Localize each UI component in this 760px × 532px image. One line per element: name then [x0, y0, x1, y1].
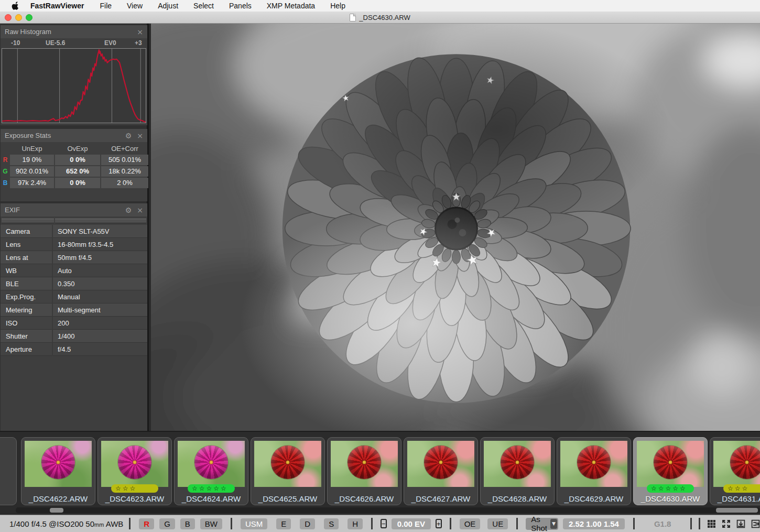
- tool-button-e[interactable]: E: [276, 518, 291, 529]
- thumbnail-_DSC4624.ARW[interactable]: ☆☆☆☆☆ _DSC4624.ARW: [174, 437, 248, 505]
- exif-row: BLE0.350: [1, 277, 147, 290]
- scrollbar-thumb-right[interactable]: [716, 508, 758, 513]
- G-ovexp-value: 652 0%: [55, 166, 100, 177]
- export-download-icon[interactable]: [736, 519, 745, 528]
- thumbnail-photo: [484, 441, 551, 487]
- toggle-button-ue[interactable]: UE: [487, 518, 508, 529]
- menu-adjust[interactable]: Adjust: [158, 2, 178, 10]
- ev-value: 0.00 EV: [392, 518, 431, 529]
- thumbnail-_DSC4628.ARW[interactable]: _DSC4628.ARW: [480, 437, 555, 505]
- B-unexp-value: 97k 2.4%: [10, 178, 54, 188]
- filmstrip: × ⚙ _DSC4622.ARW ☆☆☆ _DSC4623.ARW ☆☆☆☆☆ …: [0, 431, 760, 506]
- close-icon[interactable]: ×: [137, 207, 143, 214]
- thumbnail-photo: [25, 441, 92, 487]
- gear-icon[interactable]: ⚙: [125, 207, 132, 214]
- channel-label-R: R: [2, 155, 9, 165]
- thumbnail-filename: _DSC4630.ARW: [634, 494, 707, 503]
- thumbnail-_DSC4626.ARW[interactable]: _DSC4626.ARW: [327, 437, 401, 505]
- image-viewer[interactable]: [151, 24, 760, 431]
- channel-button-bw[interactable]: BW: [200, 518, 222, 529]
- rating-badge[interactable]: ☆☆☆: [111, 484, 158, 493]
- ev-plus-button[interactable]: +: [436, 519, 442, 528]
- exposure-stats-panel: Exposure Stats ⚙ × UnExp OvExp OE+Corr R…: [1, 129, 147, 201]
- B-ovexp-value: 0 0%: [55, 178, 100, 188]
- thumbnail-photo: [637, 441, 704, 487]
- white-balance-dropdown[interactable]: As Shot ▼: [526, 518, 558, 530]
- menu-select[interactable]: Select: [193, 2, 214, 10]
- gear-icon[interactable]: ⚙: [125, 132, 132, 139]
- chevron-down-icon[interactable]: ▼: [550, 519, 557, 529]
- channel-button-r[interactable]: R: [139, 518, 154, 529]
- thumbnail-_DSC4629.ARW[interactable]: _DSC4629.ARW: [557, 437, 631, 505]
- filmstrip-scrollbar: [0, 506, 760, 515]
- shot-info: 1/400 f/4.5 @ISO200 50mm AWB: [9, 519, 123, 528]
- channel-button-g[interactable]: G: [159, 518, 175, 529]
- thumbnail-photo: [254, 441, 321, 487]
- exif-row: Lens16-80mm f/3.5-4.5: [1, 238, 147, 251]
- menu-view[interactable]: View: [127, 2, 143, 10]
- tool-button-h[interactable]: H: [348, 518, 363, 529]
- apple-menu-icon[interactable]: [12, 2, 19, 10]
- gamma-indicator: G1.8: [654, 519, 671, 528]
- thumbnail-filename: _DSC4629.ARW: [557, 494, 631, 503]
- thumbnail-_DSC4622.ARW[interactable]: _DSC4622.ARW: [21, 437, 95, 505]
- thumbnail-_DSC4631.ARW[interactable]: ☆☆☆ _DSC4631.ARW: [710, 437, 760, 505]
- external-editor-icon[interactable]: [751, 519, 760, 528]
- left-panel-column: Raw Histogram × -10 UE-5.6 EV0 +3: [0, 24, 149, 431]
- G-unexp-value: 902 0.01%: [10, 166, 54, 177]
- close-icon[interactable]: ×: [137, 28, 143, 36]
- wb-coefficients: 2.52 1.00 1.54: [563, 518, 625, 529]
- thumbnail-_DSC4630.ARW[interactable]: ☆☆☆☆☆ _DSC4630.ARW: [633, 437, 708, 505]
- thumbnail-filename: _DSC4628.ARW: [481, 494, 554, 503]
- exif-row: Lens at50mm f/4.5: [1, 251, 147, 264]
- channel-label-B: B: [2, 178, 9, 188]
- menu-panels[interactable]: Panels: [229, 2, 252, 10]
- toggle-button-oe[interactable]: OE: [460, 518, 481, 529]
- menu-xmp-metadata[interactable]: XMP Metadata: [267, 2, 315, 10]
- thumbnail-filename: _DSC4627.ARW: [404, 494, 477, 503]
- raw-histogram-title: Raw Histogram: [5, 28, 132, 36]
- thumbnail-photo: [560, 441, 627, 487]
- thumbnail-filename: _DSC4623.ARW: [98, 494, 171, 503]
- rating-badge[interactable]: ☆☆☆☆☆: [188, 484, 235, 493]
- thumbnail-filename: _DSC4625.ARW: [251, 494, 324, 503]
- channel-button-b[interactable]: B: [180, 518, 195, 529]
- menu-help[interactable]: Help: [330, 2, 345, 10]
- scrollbar-thumb-left[interactable]: [50, 508, 63, 513]
- thumbnail-photo: [713, 441, 760, 487]
- status-bar: 1/400 f/4.5 @ISO200 50mm AWB RGBBW USMED…: [0, 515, 760, 532]
- photo-bw-zinnia: [151, 24, 760, 431]
- exif-row: Aperturef/4.5: [1, 343, 147, 356]
- exif-row: ISO200: [1, 317, 147, 330]
- menu-file[interactable]: File: [100, 2, 112, 10]
- thumbnail-partial[interactable]: [0, 437, 17, 505]
- exif-row: WBAuto: [1, 264, 147, 277]
- app-name[interactable]: FastRawViewer: [30, 2, 84, 10]
- window-title: _DSC4630.ARW: [359, 14, 410, 21]
- grid-view-icon[interactable]: [707, 519, 716, 528]
- ev-minus-button[interactable]: −: [381, 519, 387, 528]
- close-icon[interactable]: ×: [137, 132, 143, 139]
- histogram-curve: [2, 50, 146, 122]
- menu-bar: FastRawViewer File View Adjust Select Pa…: [0, 0, 760, 12]
- thumbnail-_DSC4625.ARW[interactable]: _DSC4625.ARW: [251, 437, 325, 505]
- exposure-stats-table: UnExp OvExp OE+Corr R19 0%0 0%505 0.01%G…: [1, 142, 147, 189]
- R-ovexp-value: 0 0%: [55, 155, 100, 165]
- exif-panel: EXIF ⚙ × CameraSONY SLT-A55V Lens16-80mm…: [1, 203, 147, 431]
- scrollbar-track[interactable]: [16, 507, 760, 513]
- thumbnail-_DSC4627.ARW[interactable]: _DSC4627.ARW: [404, 437, 478, 505]
- tool-button-d[interactable]: D: [300, 518, 315, 529]
- tool-button-s[interactable]: S: [324, 518, 339, 529]
- thumbnail-_DSC4623.ARW[interactable]: ☆☆☆ _DSC4623.ARW: [97, 437, 172, 505]
- thumbnail-filename: _DSC4631.ARW: [710, 494, 760, 503]
- exif-row: Exp.Prog.Manual: [1, 290, 147, 303]
- exif-column-headers[interactable]: [2, 219, 146, 223]
- fullscreen-icon[interactable]: [722, 519, 731, 528]
- rating-badge[interactable]: ☆☆☆: [723, 484, 760, 493]
- rating-badge[interactable]: ☆☆☆☆☆: [647, 484, 694, 493]
- channel-label-G: G: [2, 166, 9, 177]
- thumbnail-photo: [178, 441, 245, 487]
- tool-button-usm[interactable]: USM: [241, 518, 267, 529]
- histogram-axis-labels: -10 UE-5.6 EV0 +3: [1, 38, 147, 48]
- exif-row: MeteringMulti-segment: [1, 303, 147, 317]
